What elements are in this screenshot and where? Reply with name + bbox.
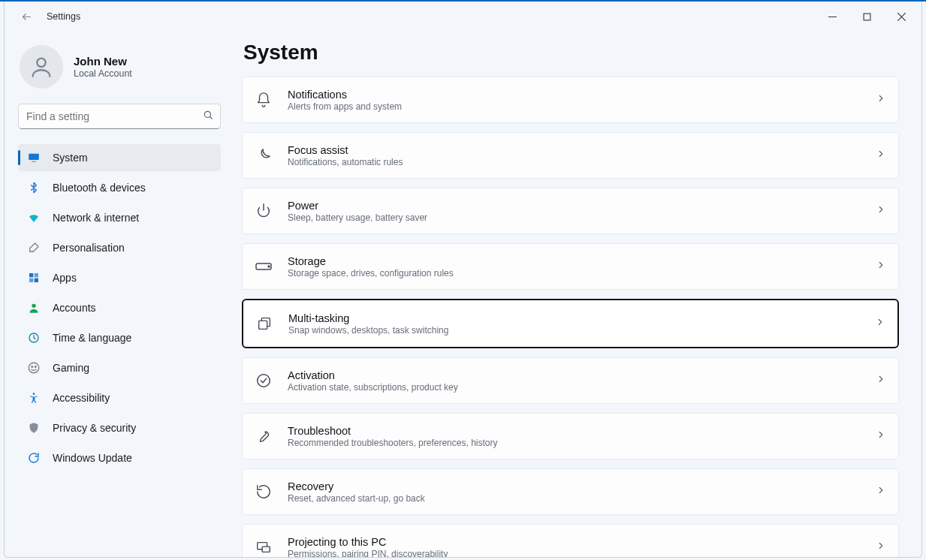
chevron-right-icon	[876, 485, 886, 498]
card-recovery[interactable]: Recovery Reset, advanced start-up, go ba…	[242, 468, 899, 515]
sidebar-item-apps[interactable]: Apps	[18, 264, 221, 291]
maximize-icon	[863, 13, 871, 21]
chevron-right-icon	[876, 93, 886, 107]
card-troubleshoot[interactable]: Troubleshoot Recommended troubleshooters…	[242, 413, 899, 459]
svg-line-7	[210, 116, 212, 119]
svg-rect-12	[29, 278, 33, 282]
app-title: Settings	[47, 11, 80, 22]
update-icon	[27, 451, 41, 465]
card-title: Notifications	[288, 89, 862, 101]
person-icon	[29, 54, 54, 80]
card-sub: Sleep, battery usage, battery saver	[288, 212, 862, 223]
card-sub: Recommended troubleshooters, preferences…	[288, 438, 862, 448]
svg-point-17	[32, 366, 33, 368]
card-title: Focus assist	[288, 144, 862, 156]
svg-rect-25	[262, 546, 270, 552]
search-input[interactable]	[18, 104, 221, 129]
svg-point-5	[37, 59, 45, 67]
avatar	[20, 45, 63, 89]
chevron-right-icon	[876, 204, 886, 218]
chevron-right-icon	[876, 149, 886, 162]
svg-rect-11	[35, 273, 38, 277]
profile[interactable]: John New Local Account	[18, 45, 221, 104]
accessibility-icon	[27, 391, 41, 405]
chevron-right-icon	[876, 540, 886, 554]
svg-point-14	[32, 304, 35, 308]
body: John New Local Account System Bluetooth …	[5, 32, 921, 557]
card-sub: Snap windows, desktops, task switching	[288, 325, 861, 336]
card-sub: Permissions, pairing PIN, discoverabilit…	[288, 549, 862, 558]
card-sub: Activation state, subscriptions, product…	[288, 382, 862, 393]
card-title: Storage	[288, 255, 862, 267]
sidebar-item-accounts[interactable]: Accounts	[18, 294, 221, 321]
page-title: System	[243, 41, 899, 65]
svg-rect-22	[259, 321, 267, 329]
sidebar-item-label: Windows Update	[53, 452, 213, 464]
card-title: Power	[288, 200, 862, 212]
sidebar-item-privacy-security[interactable]: Privacy & security	[18, 414, 221, 441]
sidebar-item-time-language[interactable]: Time & language	[18, 324, 221, 351]
sidebar-item-label: Time & language	[53, 332, 213, 344]
profile-sub: Local Account	[74, 68, 132, 79]
sidebar-item-label: Accounts	[53, 302, 213, 314]
sidebar-item-network-internet[interactable]: Network & internet	[18, 204, 221, 231]
card-projecting-to-this-pc[interactable]: Projecting to this PC Permissions, pairi…	[242, 524, 899, 557]
sidebar-item-system[interactable]: System	[18, 144, 221, 171]
sidebar-item-gaming[interactable]: Gaming	[18, 354, 221, 381]
gaming-icon	[27, 361, 41, 375]
sidebar-item-label: Gaming	[53, 362, 213, 374]
back-button[interactable]	[15, 5, 38, 28]
window-maximize-button[interactable]	[849, 5, 884, 28]
sidebar-item-label: Apps	[53, 272, 213, 284]
sidebar: John New Local Account System Bluetooth …	[5, 32, 234, 557]
close-icon	[897, 13, 906, 21]
brush-icon	[27, 241, 41, 254]
card-title: Recovery	[288, 480, 862, 492]
check-icon	[253, 370, 274, 391]
sidebar-item-bluetooth-devices[interactable]: Bluetooth & devices	[18, 174, 221, 201]
card-multi-tasking[interactable]: Multi-tasking Snap windows, desktops, ta…	[242, 299, 899, 348]
sidebar-item-label: Network & internet	[53, 212, 213, 224]
card-sub: Notifications, automatic rules	[288, 157, 862, 167]
sidebar-item-label: System	[53, 152, 213, 164]
chevron-right-icon	[875, 317, 885, 330]
settings-window: Settings John New Local Account	[4, 2, 922, 558]
chevron-right-icon	[876, 429, 886, 443]
multitask-icon	[254, 313, 275, 334]
profile-name: John New	[74, 55, 132, 68]
card-sub: Storage space, drives, configuration rul…	[288, 268, 862, 278]
svg-point-21	[268, 266, 270, 267]
card-power[interactable]: Power Sleep, battery usage, battery save…	[242, 188, 899, 234]
minimize-icon	[828, 13, 837, 21]
clock-icon	[27, 331, 41, 345]
card-title: Projecting to this PC	[288, 536, 862, 548]
card-notifications[interactable]: Notifications Alerts from apps and syste…	[242, 77, 899, 123]
apps-icon	[27, 271, 41, 285]
sidebar-item-label: Personalisation	[53, 242, 213, 254]
svg-rect-8	[29, 154, 39, 160]
sidebar-item-personalisation[interactable]: Personalisation	[18, 234, 221, 261]
svg-point-23	[258, 375, 270, 387]
card-focus-assist[interactable]: Focus assist Notifications, automatic ru…	[242, 132, 899, 179]
bluetooth-icon	[27, 181, 41, 194]
sidebar-item-windows-update[interactable]: Windows Update	[18, 444, 221, 471]
wifi-icon	[27, 211, 41, 224]
card-title: Multi-tasking	[288, 312, 861, 324]
svg-rect-13	[35, 278, 38, 282]
window-minimize-button[interactable]	[815, 5, 849, 28]
search-icon	[203, 110, 213, 123]
card-title: Activation	[288, 369, 862, 381]
power-icon	[253, 200, 274, 221]
card-storage[interactable]: Storage Storage space, drives, configura…	[242, 243, 899, 290]
sidebar-item-accessibility[interactable]: Accessibility	[18, 384, 221, 411]
svg-point-18	[35, 366, 36, 368]
sidebar-item-label: Bluetooth & devices	[53, 182, 213, 194]
main-content[interactable]: System Notifications Alerts from apps an…	[234, 32, 921, 557]
moon-icon	[253, 145, 274, 166]
bell-icon	[253, 89, 274, 110]
card-activation[interactable]: Activation Activation state, subscriptio…	[242, 357, 899, 404]
sidebar-item-label: Accessibility	[53, 392, 213, 404]
window-close-button[interactable]	[884, 5, 918, 28]
svg-rect-2	[864, 14, 870, 20]
arrow-left-icon	[21, 11, 32, 23]
